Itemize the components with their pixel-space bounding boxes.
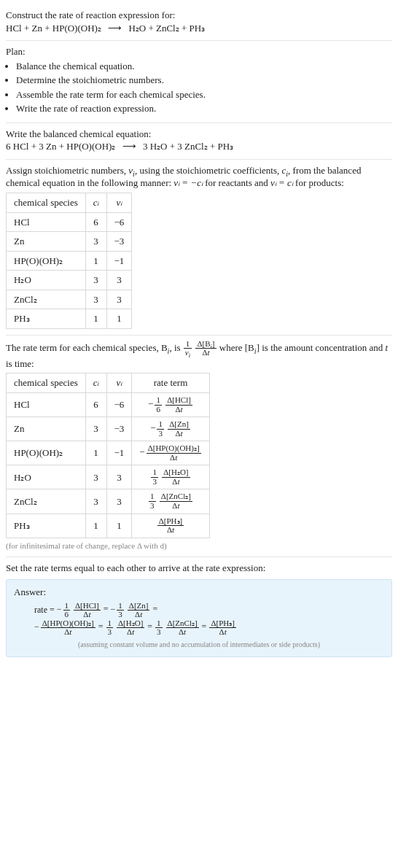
cell-rateterm: Δ[PH₃]Δt <box>132 514 209 538</box>
cell-nu: −3 <box>106 417 132 441</box>
table-row: PH₃11 <box>7 309 132 329</box>
balanced-rhs: 3 H₂O + 3 ZnCl₂ + PH₃ <box>143 141 233 152</box>
prompt-rhs: H₂O + ZnCl₂ + PH₃ <box>128 23 205 34</box>
arrow-icon: ⟶ <box>108 22 122 35</box>
cell-rateterm: 13 Δ[H₂O]Δt <box>132 465 209 489</box>
th-nu: νᵢ <box>106 373 132 393</box>
cell-rateterm: −16 Δ[HCl]Δt <box>132 393 209 417</box>
assign-section: Assign stoichiometric numbers, νi, using… <box>6 160 392 336</box>
fraction: Δ[PH₃]Δt <box>157 517 184 535</box>
fraction: Δ[ZnCl₂]Δt <box>160 492 192 510</box>
balanced-equation: 6 HCl + 3 Zn + HP(O)(OH)₂ ⟶ 3 H₂O + 3 Zn… <box>6 140 392 153</box>
setequal-section: Set the rate terms equal to each other t… <box>6 557 392 663</box>
plan-item: Assemble the rate term for each chemical… <box>16 88 392 101</box>
plan-list: Balance the chemical equation. Determine… <box>6 60 392 115</box>
plan-title: Plan: <box>6 45 392 58</box>
cell-c: 6 <box>85 212 106 232</box>
answer-lead: rate = <box>34 604 57 614</box>
cell-nu: −3 <box>106 232 132 252</box>
cell-rateterm: −13 Δ[Zn]Δt <box>132 417 209 441</box>
th-species: chemical species <box>7 373 86 393</box>
table-row: Zn3−3 <box>7 232 132 252</box>
prompt-equation: HCl + Zn + HP(O)(OH)₂ ⟶ H₂O + ZnCl₂ + PH… <box>6 22 392 35</box>
cell-c: 3 <box>85 271 106 290</box>
fraction: Δ[HP(O)(OH)₂]Δt <box>41 619 95 637</box>
table-row: HP(O)(OH)₂1−1 <box>7 251 132 271</box>
stoich-table: chemical species cᵢ νᵢ HCl6−6Zn3−3HP(O)(… <box>6 193 132 329</box>
cell-nu: 3 <box>106 489 132 514</box>
fraction: 13 <box>151 468 158 486</box>
cell-species: HP(O)(OH)₂ <box>7 441 86 465</box>
cell-nu: 3 <box>106 290 132 309</box>
balanced-lhs: 6 HCl + 3 Zn + HP(O)(OH)₂ <box>6 141 115 152</box>
fraction: Δ[Zn]Δt <box>168 420 190 438</box>
cell-species: ZnCl₂ <box>7 489 86 514</box>
cell-c: 3 <box>85 232 106 252</box>
fraction: Δ[PH₃]Δt <box>209 619 235 637</box>
prompt-title: Construct the rate of reaction expressio… <box>6 9 392 22</box>
arrow-icon: ⟶ <box>122 140 136 153</box>
cell-c: 1 <box>85 514 106 538</box>
cell-c: 1 <box>85 441 106 465</box>
cell-c: 6 <box>85 393 106 417</box>
fraction: Δ[HCl]Δt <box>165 396 192 414</box>
cell-c: 1 <box>85 309 106 329</box>
table-row: H₂O33 <box>7 271 132 290</box>
fraction: Δ[ZnCl₂]Δt <box>166 619 199 637</box>
cell-species: H₂O <box>7 271 86 290</box>
fraction: 16 <box>63 602 71 619</box>
cell-nu: 3 <box>106 271 132 290</box>
answer-box: Answer: rate = −16 Δ[HCl]Δt = −13 Δ[Zn]Δ… <box>6 579 392 657</box>
cell-rateterm: −Δ[HP(O)(OH)₂]Δt <box>132 441 209 465</box>
th-c: cᵢ <box>85 193 106 213</box>
cell-species: HP(O)(OH)₂ <box>7 251 86 271</box>
prompt-section: Construct the rate of reaction expressio… <box>6 4 392 41</box>
cell-nu: −1 <box>106 251 132 271</box>
cell-species: PH₃ <box>7 514 86 538</box>
balanced-section: Write the balanced chemical equation: 6 … <box>6 123 392 160</box>
rateterm-section: The rate term for each chemical species,… <box>6 336 392 558</box>
minus-sign: − <box>150 422 155 433</box>
minus-sign: − <box>148 398 153 409</box>
setequal-text: Set the rate terms equal to each other t… <box>6 562 392 575</box>
plan-item: Balance the chemical equation. <box>16 60 392 73</box>
fraction: 13 <box>155 619 163 637</box>
table-row: HCl6−6 <box>7 212 132 232</box>
frac-deltaB: Δ[Bi]Δt <box>195 340 216 357</box>
rateterm-intro: The rate term for each chemical species,… <box>6 340 392 371</box>
cell-species: PH₃ <box>7 309 86 329</box>
cell-c: 3 <box>85 465 106 489</box>
minus-sign: − <box>111 604 116 614</box>
cell-species: ZnCl₂ <box>7 290 86 309</box>
assign-text: Assign stoichiometric numbers, νi, using… <box>6 164 392 190</box>
table-row: Zn3−3−13 Δ[Zn]Δt <box>7 417 210 441</box>
fraction: 13 <box>149 492 156 510</box>
cell-c: 3 <box>85 290 106 309</box>
cell-species: H₂O <box>7 465 86 489</box>
answer-label: Answer: <box>14 586 384 599</box>
table2-caption: (for infinitesimal rate of change, repla… <box>6 540 392 551</box>
cell-species: Zn <box>7 417 86 441</box>
plan-item: Write the rate of reaction expression. <box>16 102 392 115</box>
cell-c: 1 <box>85 251 106 271</box>
fraction: Δ[Zn]Δt <box>128 602 150 619</box>
balanced-title: Write the balanced chemical equation: <box>6 128 392 141</box>
fraction: Δ[H₂O]Δt <box>162 468 190 486</box>
cell-species: Zn <box>7 232 86 252</box>
th-rateterm: rate term <box>132 373 209 393</box>
table-row: H₂O3313 Δ[H₂O]Δt <box>7 465 210 489</box>
cell-c: 3 <box>85 417 106 441</box>
fraction: 13 <box>157 420 164 438</box>
fraction: Δ[H₂O]Δt <box>117 619 144 637</box>
th-nu: νᵢ <box>106 193 132 213</box>
fraction: Δ[HCl]Δt <box>74 602 101 619</box>
answer-note: (assuming constant volume and no accumul… <box>14 640 384 650</box>
cell-nu: −1 <box>106 441 132 465</box>
minus-sign: − <box>34 621 39 632</box>
fraction: 13 <box>117 602 124 619</box>
cell-nu: −6 <box>106 393 132 417</box>
cell-nu: −6 <box>106 212 132 232</box>
frac-one-over-nu: 1νi <box>184 340 192 357</box>
cell-species: HCl <box>7 393 86 417</box>
answer-expression: rate = −16 Δ[HCl]Δt = −13 Δ[Zn]Δt = −Δ[H… <box>34 602 384 637</box>
